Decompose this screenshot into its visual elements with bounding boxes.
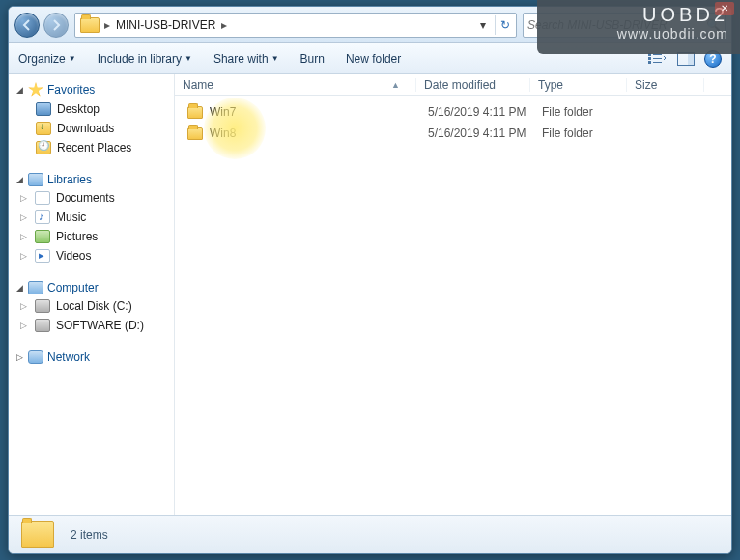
folder-icon (187, 127, 203, 140)
address-bar[interactable]: ▸ MINI-USB-DRIVER ▸ ▾ ↻ (74, 13, 517, 38)
sidebar-header-computer[interactable]: ◢ Computer (11, 279, 172, 296)
burn-label: Burn (300, 52, 325, 66)
sidebar-item-downloads[interactable]: Downloads (11, 119, 172, 138)
sidebar-item-label: Downloads (57, 122, 114, 135)
details-pane: 2 items (9, 515, 731, 553)
column-label: Size (635, 78, 657, 92)
sidebar-item-label: Videos (56, 249, 91, 263)
sidebar-item-local-disk-c[interactable]: ▷ Local Disk (C:) (11, 296, 172, 316)
content-area: ◢ Favorites Desktop Downloads Recent Pla… (9, 74, 731, 515)
file-date: 5/16/2019 4:11 PM (420, 105, 534, 119)
forward-button[interactable] (43, 13, 69, 38)
navigation-pane: ◢ Favorites Desktop Downloads Recent Pla… (9, 74, 175, 515)
arrow-left-icon (21, 19, 33, 31)
expand-icon: ▷ (20, 251, 27, 261)
expand-icon: ▷ (20, 232, 27, 241)
include-in-library-menu[interactable]: Include in library ▼ (98, 52, 192, 66)
network-icon (28, 350, 43, 364)
include-label: Include in library (98, 52, 182, 66)
libraries-icon (28, 173, 43, 186)
computer-label: Computer (47, 281, 99, 294)
expand-icon: ▷ (20, 193, 27, 203)
burn-button[interactable]: Burn (300, 52, 325, 66)
view-options-button[interactable] (646, 50, 668, 68)
new-folder-button[interactable]: New folder (346, 52, 401, 66)
column-label: Name (183, 78, 213, 92)
file-type: File folder (534, 105, 631, 119)
back-button[interactable] (14, 13, 40, 38)
videos-icon (35, 249, 50, 263)
column-headers: Name ▲ Date modified Type Size (175, 74, 731, 96)
chevron-right-icon: ▸ (100, 18, 114, 32)
star-icon (28, 82, 43, 98)
search-input[interactable] (527, 18, 706, 32)
share-label: Share with (213, 52, 269, 66)
share-with-menu[interactable]: Share with ▼ (213, 52, 279, 66)
sidebar-header-libraries[interactable]: ◢ Libraries (11, 171, 172, 188)
column-header-size[interactable]: Size (627, 78, 704, 92)
sidebar-item-label: Desktop (57, 102, 100, 116)
downloads-icon (36, 122, 51, 135)
column-header-date[interactable]: Date modified (416, 78, 530, 92)
music-icon (35, 210, 50, 224)
file-list-pane: Name ▲ Date modified Type Size Win7 5/16… (175, 74, 731, 515)
chevron-down-icon: ▼ (69, 54, 76, 63)
file-date: 5/16/2019 4:11 PM (420, 126, 534, 140)
sidebar-item-music[interactable]: ▷ Music (11, 208, 172, 227)
search-box[interactable]: 🔍 (523, 13, 726, 38)
disk-icon (35, 299, 50, 313)
file-row[interactable]: Win8 5/16/2019 4:11 PM File folder (179, 123, 727, 144)
sidebar-item-videos[interactable]: ▷ Videos (11, 246, 172, 266)
chevron-right-icon: ▸ (217, 18, 231, 32)
file-row[interactable]: Win7 5/16/2019 4:11 PM File folder (179, 101, 727, 123)
file-name: Win8 (210, 126, 236, 140)
sidebar-item-documents[interactable]: ▷ Documents (11, 188, 172, 208)
folder-icon (80, 17, 100, 33)
recent-places-icon (36, 141, 51, 154)
chevron-down-icon: ▼ (271, 54, 279, 63)
sidebar-item-label: Pictures (56, 230, 98, 243)
svg-rect-5 (653, 62, 662, 63)
address-dropdown[interactable]: ▾ (473, 15, 493, 35)
breadcrumb-segment[interactable]: MINI-USB-DRIVER (114, 18, 217, 32)
newfolder-label: New folder (346, 52, 401, 66)
sidebar-item-label: Documents (56, 191, 115, 205)
refresh-icon: ↻ (500, 18, 510, 32)
preview-pane-button[interactable] (675, 50, 697, 68)
desktop-icon (36, 102, 51, 116)
sidebar-group-favorites: ◢ Favorites Desktop Downloads Recent Pla… (11, 80, 172, 157)
column-header-name[interactable]: Name ▲ (175, 78, 416, 92)
sidebar-item-label: Local Disk (C:) (56, 299, 132, 313)
sidebar-header-network[interactable]: ▷ Network (11, 349, 172, 366)
sidebar-item-pictures[interactable]: ▷ Pictures (11, 227, 172, 246)
libraries-label: Libraries (47, 173, 92, 186)
favorites-label: Favorites (47, 83, 95, 97)
svg-rect-2 (648, 61, 651, 64)
organize-label: Organize (18, 52, 66, 66)
pictures-icon (35, 230, 50, 243)
sidebar-item-desktop[interactable]: Desktop (11, 99, 172, 119)
expand-icon: ▷ (20, 301, 27, 311)
organize-menu[interactable]: Organize ▼ (18, 52, 76, 66)
documents-icon (35, 191, 50, 205)
refresh-button[interactable]: ↻ (495, 15, 514, 35)
collapse-icon: ◢ (14, 283, 24, 293)
help-button[interactable]: ? (704, 50, 722, 68)
disk-icon (35, 319, 50, 332)
arrow-right-icon (50, 19, 62, 31)
navbar: ▸ MINI-USB-DRIVER ▸ ▾ ↻ 🔍 (9, 7, 731, 43)
sort-ascending-icon: ▲ (391, 80, 400, 90)
file-rows[interactable]: Win7 5/16/2019 4:11 PM File folder Win8 … (175, 96, 731, 515)
collapse-icon: ◢ (14, 85, 24, 95)
sidebar-item-software-d[interactable]: ▷ SOFTWARE (D:) (11, 316, 172, 335)
sidebar-item-recent-places[interactable]: Recent Places (11, 138, 172, 157)
search-icon: 🔍 (706, 18, 721, 32)
column-header-type[interactable]: Type (530, 78, 627, 92)
svg-rect-7 (688, 53, 694, 65)
computer-icon (28, 281, 43, 294)
folder-icon (187, 106, 203, 119)
svg-rect-1 (648, 57, 651, 60)
sidebar-header-favorites[interactable]: ◢ Favorites (11, 80, 172, 99)
sidebar-item-label: Recent Places (57, 141, 131, 154)
column-label: Type (538, 78, 563, 92)
